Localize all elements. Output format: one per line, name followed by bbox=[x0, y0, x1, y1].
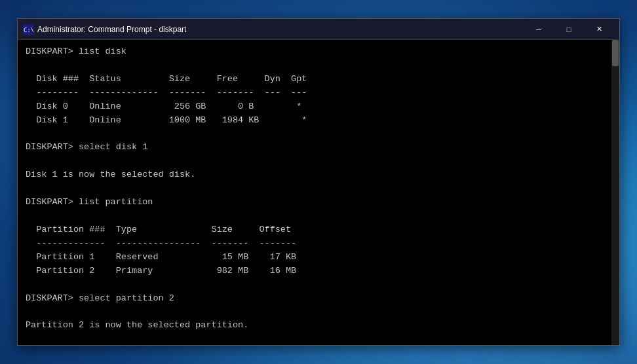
scrollbar-thumb[interactable] bbox=[612, 40, 619, 66]
svg-text:C:\: C:\ bbox=[24, 27, 33, 33]
cmd-icon: C:\ bbox=[23, 24, 33, 35]
window-controls: ─ □ ✕ bbox=[524, 19, 614, 40]
scrollbar[interactable] bbox=[611, 40, 619, 345]
maximize-button[interactable]: □ bbox=[554, 19, 584, 40]
minimize-button[interactable]: ─ bbox=[524, 19, 554, 40]
command-prompt-window: C:\ Administrator: Command Prompt - disk… bbox=[17, 18, 620, 346]
close-button[interactable]: ✕ bbox=[584, 19, 614, 40]
window-title: Administrator: Command Prompt - diskpart bbox=[37, 25, 524, 34]
console-area[interactable]: DISKPART> list disk Disk ### Status Size… bbox=[18, 40, 619, 345]
console-output: DISKPART> list disk Disk ### Status Size… bbox=[26, 45, 611, 345]
title-bar: C:\ Administrator: Command Prompt - disk… bbox=[18, 19, 619, 40]
